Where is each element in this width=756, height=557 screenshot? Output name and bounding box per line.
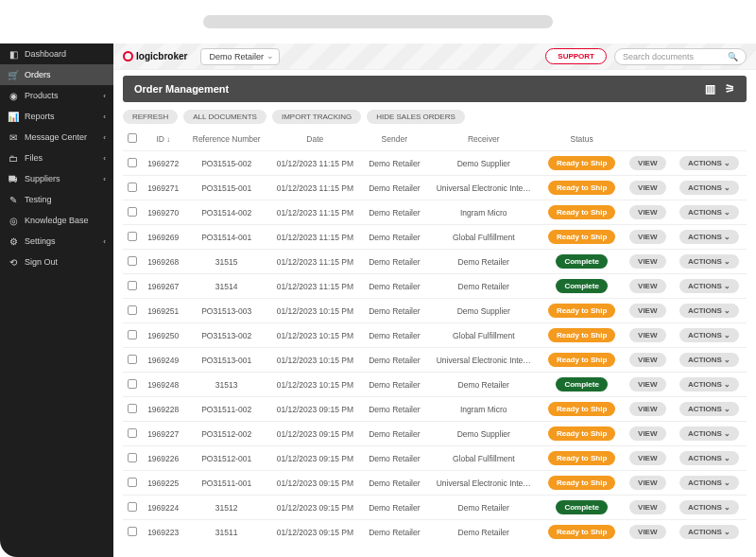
actions-button[interactable]: ACTIONS ⌄ <box>679 304 739 318</box>
filter-icon[interactable]: ⚞ <box>725 82 735 96</box>
actions-button[interactable]: ACTIONS ⌄ <box>679 279 739 293</box>
row-checkbox[interactable] <box>128 183 137 192</box>
refresh-button[interactable]: REFRESH <box>123 110 178 124</box>
col-sender[interactable]: Sender <box>362 128 427 151</box>
sidebar-item-products[interactable]: ◉Products‹ <box>0 85 113 106</box>
cell-ref: 31512 <box>184 496 267 520</box>
chevron-left-icon: ‹ <box>103 113 106 121</box>
row-checkbox[interactable] <box>128 428 137 438</box>
cell-sender: Demo Retailer <box>362 422 427 446</box>
cell-sender: Demo Retailer <box>362 520 427 545</box>
cell-sender: Demo Retailer <box>362 299 427 323</box>
view-button[interactable]: VIEW <box>629 402 665 416</box>
view-button[interactable]: VIEW <box>629 525 665 539</box>
view-button[interactable]: VIEW <box>629 328 665 342</box>
actions-button[interactable]: ACTIONS ⌄ <box>679 181 739 195</box>
search-input[interactable]: Search documents 🔍 <box>614 48 747 65</box>
view-button[interactable]: VIEW <box>629 353 665 367</box>
cell-ref: PO31511-001 <box>184 471 267 496</box>
select-all-checkbox[interactable] <box>128 133 137 143</box>
sidebar-item-label: Message Center <box>25 132 87 142</box>
cell-date: 01/12/2023 11:15 PM <box>268 200 362 225</box>
cell-sender: Demo Retailer <box>362 225 427 250</box>
cell-receiver: Demo Retailer <box>427 274 541 299</box>
row-checkbox[interactable] <box>128 232 137 241</box>
sidebar-item-dashboard[interactable]: ◧Dashboard <box>0 44 113 64</box>
suppliers-icon: ⛟ <box>8 173 19 184</box>
row-checkbox[interactable] <box>128 158 137 167</box>
actions-button[interactable]: ACTIONS ⌄ <box>679 328 739 342</box>
actions-button[interactable]: ACTIONS ⌄ <box>679 426 739 441</box>
cell-ref: PO31514-001 <box>184 225 267 250</box>
all-documents-button[interactable]: ALL DOCUMENTS <box>183 110 266 124</box>
chevron-down-icon: ⌄ <box>724 380 730 389</box>
actions-button[interactable]: ACTIONS ⌄ <box>679 205 739 219</box>
view-button[interactable]: VIEW <box>629 181 665 195</box>
row-checkbox[interactable] <box>128 478 137 487</box>
table-row: 1969250PO31513-00201/12/2023 10:15 PMDem… <box>123 323 747 348</box>
sidebar-item-orders[interactable]: 🛒Orders <box>0 64 113 85</box>
sidebar-item-label: Orders <box>25 70 51 79</box>
row-checkbox[interactable] <box>128 207 137 217</box>
view-button[interactable]: VIEW <box>629 304 665 318</box>
actions-button[interactable]: ACTIONS ⌄ <box>679 476 739 490</box>
sidebar-item-testing[interactable]: ✎Testing <box>0 189 113 210</box>
sidebar-item-reports[interactable]: 📊Reports‹ <box>0 106 113 127</box>
row-checkbox[interactable] <box>128 453 137 462</box>
cell-receiver: Demo Supplier <box>427 299 541 323</box>
row-checkbox[interactable] <box>128 404 137 413</box>
actions-button[interactable]: ACTIONS ⌄ <box>679 230 739 244</box>
view-button[interactable]: VIEW <box>629 279 665 293</box>
col-receiver[interactable]: Receiver <box>427 128 541 151</box>
cell-ref: PO31513-003 <box>184 299 267 323</box>
col-id[interactable]: ID <box>156 134 164 144</box>
row-checkbox[interactable] <box>128 305 137 315</box>
status-badge: Ready to Ship <box>548 476 615 490</box>
row-checkbox[interactable] <box>128 502 137 512</box>
actions-button[interactable]: ACTIONS ⌄ <box>679 402 739 416</box>
view-button[interactable]: VIEW <box>629 377 665 392</box>
actions-button[interactable]: ACTIONS ⌄ <box>679 451 739 465</box>
row-checkbox[interactable] <box>128 355 137 364</box>
row-checkbox[interactable] <box>128 330 137 339</box>
cell-sender: Demo Retailer <box>362 200 427 225</box>
chevron-down-icon: ⌄ <box>724 233 730 241</box>
view-button[interactable]: VIEW <box>629 254 665 269</box>
sidebar-item-suppliers[interactable]: ⛟Suppliers‹ <box>0 168 113 189</box>
import-tracking-button[interactable]: IMPORT TRACKING <box>272 110 361 124</box>
cell-ref: PO31515-001 <box>184 176 267 200</box>
view-button[interactable]: VIEW <box>629 426 665 441</box>
col-ref[interactable]: Reference Number <box>184 128 267 151</box>
col-date[interactable]: Date <box>268 128 362 151</box>
sidebar-item-settings[interactable]: ⚙Settings‹ <box>0 231 113 252</box>
view-button[interactable]: VIEW <box>629 500 665 514</box>
view-button[interactable]: VIEW <box>629 451 665 465</box>
row-checkbox[interactable] <box>128 256 137 266</box>
view-button[interactable]: VIEW <box>629 205 665 219</box>
view-button[interactable]: VIEW <box>629 476 665 490</box>
view-button[interactable]: VIEW <box>629 230 665 244</box>
actions-button[interactable]: ACTIONS ⌄ <box>679 254 739 269</box>
actions-button[interactable]: ACTIONS ⌄ <box>679 377 739 392</box>
columns-icon[interactable]: ▥ <box>705 82 715 96</box>
view-button[interactable]: VIEW <box>629 156 665 170</box>
tenant-select[interactable]: Demo Retailer <box>200 48 280 65</box>
row-checkbox[interactable] <box>128 281 137 290</box>
col-status[interactable]: Status <box>541 128 624 151</box>
table-row: 1969272PO31515-00201/12/2023 11:15 PMDem… <box>123 151 747 176</box>
sidebar-item-files[interactable]: 🗀Files‹ <box>0 148 113 168</box>
sidebar-item-sign-out[interactable]: ⟲Sign Out <box>0 252 113 272</box>
support-button[interactable]: SUPPORT <box>545 48 607 64</box>
row-checkbox[interactable] <box>128 379 137 389</box>
actions-button[interactable]: ACTIONS ⌄ <box>679 500 739 514</box>
message-center-icon: ✉ <box>8 131 19 143</box>
row-checkbox[interactable] <box>128 527 137 536</box>
sidebar-item-message-center[interactable]: ✉Message Center‹ <box>0 127 113 148</box>
sidebar-item-knowledge-base[interactable]: ◎Knowledge Base <box>0 210 113 231</box>
cell-ref: PO31514-002 <box>184 200 267 225</box>
hide-sales-orders-button[interactable]: HIDE SALES ORDERS <box>367 110 465 124</box>
actions-button[interactable]: ACTIONS ⌄ <box>679 525 739 539</box>
actions-button[interactable]: ACTIONS ⌄ <box>679 156 739 170</box>
cell-date: 01/12/2023 10:15 PM <box>268 323 362 348</box>
actions-button[interactable]: ACTIONS ⌄ <box>679 353 739 367</box>
